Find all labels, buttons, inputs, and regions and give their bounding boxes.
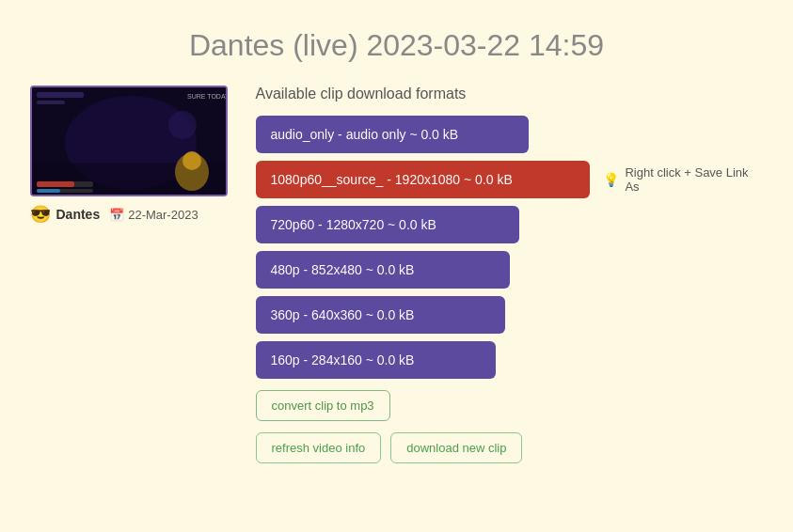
convert-mp3-button[interactable]: convert clip to mp3	[256, 390, 390, 421]
section-title: Available clip download formats	[256, 86, 467, 102]
thumbnail: SURE TODAY: 2/0	[30, 86, 228, 196]
svg-rect-7	[37, 101, 65, 104]
channel-date: 📅 22-Mar-2023	[109, 208, 198, 222]
main-content: SURE TODAY: 2/0 😎 Dantes 📅 22-Mar-2023 A…	[30, 86, 764, 463]
date-text: 22-Mar-2023	[128, 208, 198, 222]
720p-button[interactable]: 720p60 - 1280x720 ~ 0.0 kB	[256, 206, 519, 243]
left-panel: SURE TODAY: 2/0 😎 Dantes 📅 22-Mar-2023	[30, 86, 228, 225]
360p-button[interactable]: 360p - 640x360 ~ 0.0 kB	[256, 296, 505, 334]
source-1080p-button[interactable]: 1080p60__source_ - 1920x1080 ~ 0.0 kB	[256, 161, 591, 198]
hint-text: Right click + Save Link As	[625, 165, 763, 194]
480p-button[interactable]: 480p - 852x480 ~ 0.0 kB	[256, 251, 510, 289]
refresh-video-info-button[interactable]: refresh video info	[256, 432, 382, 463]
channel-info: 😎 Dantes 📅 22-Mar-2023	[30, 204, 198, 225]
action-row-2: refresh video info download new clip	[256, 432, 523, 463]
svg-text:SURE TODAY: 2/0: SURE TODAY: 2/0	[187, 93, 226, 100]
source-row: 1080p60__source_ - 1920x1080 ~ 0.0 kB 💡 …	[256, 161, 764, 198]
svg-rect-11	[37, 189, 60, 193]
channel-avatar-icon: 😎	[30, 204, 51, 225]
action-row: convert clip to mp3	[256, 390, 390, 421]
game-scene: SURE TODAY: 2/0	[32, 87, 226, 195]
svg-rect-6	[37, 92, 84, 98]
channel-name: Dantes	[56, 207, 101, 222]
svg-point-5	[182, 151, 201, 170]
160p-button[interactable]: 160p - 284x160 ~ 0.0 kB	[256, 341, 496, 379]
download-new-clip-button[interactable]: download new clip	[390, 432, 522, 463]
audio-only-button[interactable]: audio_only - audio only ~ 0.0 kB	[256, 116, 529, 153]
calendar-icon: 📅	[109, 208, 124, 222]
hint-row: 💡 Right click + Save Link As	[603, 165, 763, 194]
svg-point-2	[168, 111, 197, 139]
bulb-icon: 💡	[603, 172, 619, 187]
page-title: Dantes (live) 2023-03-22 14:59	[189, 28, 604, 63]
right-panel: Available clip download formats audio_on…	[256, 86, 764, 463]
svg-rect-9	[37, 181, 74, 187]
